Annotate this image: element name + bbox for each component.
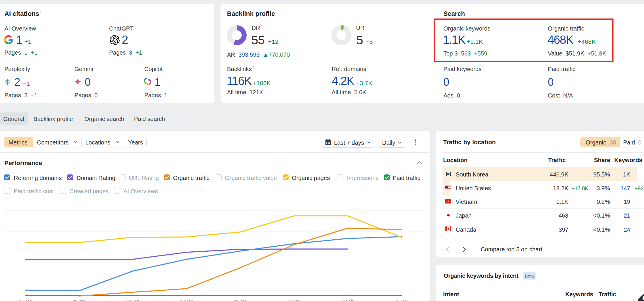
svg-text:27 Jan: 27 Jan: [19, 299, 32, 301]
svg-text:29 Jan: 29 Jan: [126, 299, 139, 301]
svg-text:28 Jan: 28 Jan: [72, 299, 86, 301]
svg-text:2 Feb: 2 Feb: [342, 299, 353, 301]
svg-text:30 Jan: 30 Jan: [180, 299, 193, 301]
svg-text:3 Feb: 3 Feb: [396, 299, 407, 301]
svg-text:31 Jan: 31 Jan: [233, 299, 247, 301]
svg-text:1 Feb: 1 Feb: [289, 299, 300, 301]
